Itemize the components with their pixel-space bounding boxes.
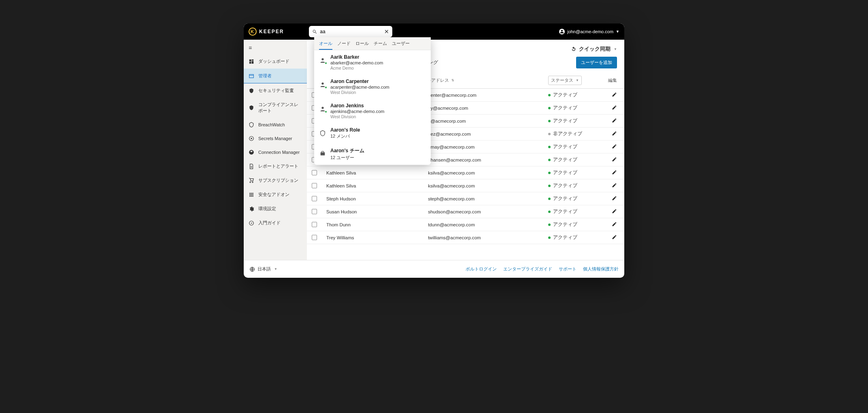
footer-link-support[interactable]: サポート (559, 266, 577, 272)
language-selector[interactable]: 日本語 ▼ (249, 266, 277, 272)
caret-down-icon: ▼ (616, 30, 619, 34)
add-user-button[interactable]: ユーザーを追加 (576, 57, 617, 68)
sidebar-item-admin[interactable]: 管理者 (244, 68, 307, 83)
row-checkbox[interactable] (312, 183, 324, 188)
clear-search-icon[interactable]: ✕ (384, 28, 389, 35)
search-icon (312, 29, 317, 34)
dropdown-results: Aarik Barkerabarker@acme-demo.comAcme De… (314, 50, 431, 165)
sidebar-item-secrets[interactable]: Secrets Manager (244, 132, 307, 145)
table-row[interactable]: Trey Williamstwilliams@acmecorp.comアクティブ (307, 231, 624, 244)
sidebar-item-label: サブスクリプション (258, 177, 298, 183)
svg-point-1 (251, 138, 252, 139)
footer-link-privacy[interactable]: 個人情報保護方針 (583, 266, 619, 272)
table-row[interactable]: Kathleen Silvaksilva@acmecorp.comアクティブ (307, 166, 624, 179)
sort-icon[interactable]: ⇅ (451, 79, 454, 82)
shield-icon (249, 105, 254, 111)
result-title: Aaron's チーム (330, 147, 364, 154)
table-row[interactable]: Thom Dunntdunn@acmecorp.comアクティブ (307, 218, 624, 231)
result-meta: Acme Demo (330, 66, 383, 70)
secrets-icon (249, 136, 254, 141)
col-status-label: ステータス (551, 77, 573, 83)
sidebar-item-label: 管理者 (258, 73, 272, 79)
svg-rect-7 (321, 152, 325, 155)
dashboard-icon (249, 59, 254, 64)
row-checkbox[interactable] (312, 209, 324, 214)
result-title: Aarik Barker (330, 54, 383, 60)
user-icon (319, 81, 326, 88)
dropdown-tab-all[interactable]: オール (319, 40, 332, 50)
search-result-user[interactable]: Aarik Barkerabarker@acme-demo.comAcme De… (314, 50, 431, 75)
footer-link-guide[interactable]: エンタープライズガイド (503, 266, 552, 272)
search-input[interactable] (317, 29, 384, 34)
sidebar-item-connection[interactable]: Connection Manager (244, 145, 307, 159)
dropdown-tab-role[interactable]: ロール (355, 40, 369, 50)
sidebar-item-subscription[interactable]: サブスクリプション (244, 173, 307, 187)
sidebar-item-label: 環境設定 (258, 206, 276, 212)
table-row[interactable]: Steph Hudsonsteph@acmecorp.comアクティブ (307, 192, 624, 205)
row-email: ksilva@acmecorp.com (428, 183, 548, 188)
caret-down-icon: ▼ (614, 47, 617, 51)
menu-toggle-icon[interactable]: ≡ (244, 43, 307, 54)
admin-icon (249, 73, 254, 79)
row-checkbox[interactable] (312, 170, 324, 175)
row-edit-button[interactable] (601, 170, 617, 176)
status-filter[interactable]: ステータス ▼ (548, 76, 582, 85)
result-title: Aaron Carpenter (330, 79, 389, 84)
row-name: Steph Hudson (324, 196, 428, 201)
search-dropdown: オール ノード ロール チーム ユーザー Aarik Barkerabarker… (314, 37, 431, 165)
table-row[interactable]: Susan Hudsonshudson@acmecorp.comアクティブ (307, 205, 624, 218)
row-edit-button[interactable] (601, 144, 617, 150)
dropdown-tab-user[interactable]: ユーザー (392, 40, 410, 50)
sidebar-item-security-audit[interactable]: セキュリティ監査 (244, 83, 307, 98)
row-email: d@acmecorp.com (428, 119, 548, 123)
row-edit-button[interactable] (601, 105, 617, 111)
table-row[interactable]: Kathleen Silvaksilva@acmecorp.comアクティブ (307, 179, 624, 192)
dropdown-tab-node[interactable]: ノード (337, 40, 351, 50)
row-edit-button[interactable] (601, 118, 617, 124)
row-name: Kathleen Silva (324, 183, 428, 188)
row-edit-button[interactable] (601, 221, 617, 228)
sidebar-item-addons[interactable]: 安全なアドオン (244, 187, 307, 202)
sidebar-item-reports[interactable]: レポートとアラート (244, 159, 307, 173)
footer: 日本語 ▼ ボルトログイン エンタープライズガイド サポート 個人情報保護方針 (244, 260, 624, 278)
search-result-role[interactable]: Aaron's Role12 メンバ (314, 123, 431, 143)
sidebar-item-label: BreachWatch (258, 122, 285, 127)
dropdown-tab-team[interactable]: チーム (374, 40, 387, 50)
row-status: アクティブ (548, 209, 601, 215)
team-icon (319, 150, 326, 157)
footer-link-vault[interactable]: ボルトログイン (466, 266, 497, 272)
row-email: tdunn@acmecorp.com (428, 222, 548, 227)
row-edit-button[interactable] (601, 157, 617, 163)
row-checkbox[interactable] (312, 235, 324, 240)
row-email: twilliams@acmecorp.com (428, 235, 548, 240)
caret-down-icon: ▼ (274, 267, 277, 271)
row-edit-button[interactable] (601, 234, 617, 241)
sidebar-item-breachwatch[interactable]: BreachWatch (244, 118, 307, 132)
quick-sync-button[interactable]: クイック同期 ▼ (571, 45, 617, 53)
row-status: アクティブ (548, 221, 601, 228)
sidebar-item-guide[interactable]: 入門ガイド (244, 216, 307, 230)
account-menu[interactable]: john@acme-demo.com ▼ (559, 29, 619, 34)
brand-logo-icon: K (249, 28, 257, 36)
sidebar-item-dashboard[interactable]: ダッシュボード (244, 54, 307, 68)
row-checkbox[interactable] (312, 222, 324, 227)
search-result-team[interactable]: Aaron's チーム12 ユーザー (314, 143, 431, 165)
row-edit-button[interactable] (601, 183, 617, 189)
row-edit-button[interactable] (601, 92, 617, 98)
search-result-user[interactable]: Aaron Jenkinsajenkins@acme-demo.comWest … (314, 99, 431, 123)
search-result-user[interactable]: Aaron Carpenteracarpenter@acme-demo.comW… (314, 75, 431, 99)
presence-dot-icon (325, 62, 327, 64)
sidebar-item-label: コンプライアンスレポート (258, 102, 302, 114)
sidebar-item-compliance[interactable]: コンプライアンスレポート (244, 98, 307, 118)
row-status: アクティブ (548, 157, 601, 163)
row-email: ey@acmecorp.com (428, 106, 548, 111)
cart-icon (249, 178, 254, 183)
row-edit-button[interactable] (601, 196, 617, 202)
row-edit-button[interactable] (601, 131, 617, 137)
caret-down-icon: ▼ (576, 79, 579, 82)
search-box[interactable]: ✕ (309, 26, 392, 37)
app-body: ≡ ダッシュボード 管理者 セキュリティ監査 コンプライアンスレポート Brea… (244, 40, 624, 260)
sidebar-item-settings[interactable]: 環境設定 (244, 202, 307, 216)
row-edit-button[interactable] (601, 209, 617, 215)
row-checkbox[interactable] (312, 196, 324, 201)
